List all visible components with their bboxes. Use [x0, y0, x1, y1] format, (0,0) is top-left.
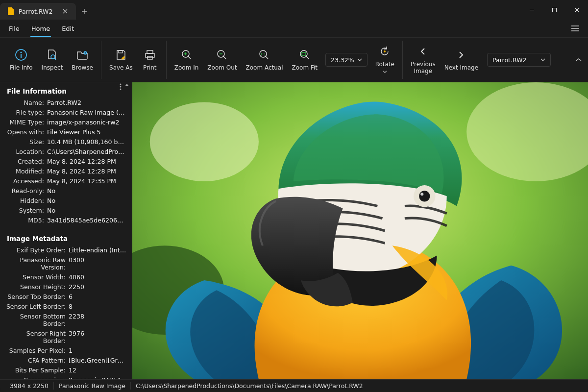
- zoom-in-button[interactable]: Zoom In: [171, 45, 203, 74]
- folder-icon: [75, 48, 89, 62]
- toolbar-group-file: File Info Inspect Browse: [2, 41, 101, 79]
- property-key: Compression:: [6, 376, 69, 380]
- rotate-icon: [378, 45, 392, 58]
- panel-collapse-button[interactable]: [124, 83, 129, 88]
- status-format: Panasonic Raw Image: [54, 382, 131, 390]
- close-window-button[interactable]: [565, 0, 588, 20]
- list-item: Modified:May 8, 2024 12:28 PM: [3, 166, 129, 176]
- file-info-button[interactable]: File Info: [6, 45, 37, 74]
- zoom-percent-dropdown[interactable]: 23.32%: [325, 53, 368, 67]
- window-controls: [520, 0, 588, 20]
- property-value: 1: [69, 347, 126, 354]
- info-icon: [14, 48, 28, 62]
- property-value: May 8, 2024 12:35 PM: [47, 177, 126, 185]
- chevron-down-icon: [383, 71, 387, 73]
- tab-close-button[interactable]: [60, 6, 70, 16]
- list-item: Opens with:File Viewer Plus 5: [3, 127, 129, 137]
- list-item: Sensor Height:2250: [3, 282, 129, 292]
- print-button[interactable]: Print: [138, 45, 162, 74]
- status-path: C:\Users\SharpenedProductions\Documents\…: [131, 382, 368, 390]
- image-preview: [132, 82, 588, 379]
- collapse-ribbon-button[interactable]: [571, 41, 586, 79]
- inspect-button[interactable]: Inspect: [38, 45, 67, 74]
- menu-home[interactable]: Home: [26, 22, 55, 35]
- list-item: MD5:3a41d5845ae5de6206d3e9b...: [3, 215, 129, 225]
- file-info-list: Name:Parrot.RW2File type:Panasonic Raw I…: [0, 98, 132, 230]
- rotate-button[interactable]: Rotate: [371, 42, 398, 78]
- svg-rect-6: [119, 50, 122, 53]
- svg-rect-0: [552, 8, 556, 12]
- property-value: 0300: [69, 256, 126, 271]
- menu-edit[interactable]: Edit: [57, 22, 79, 35]
- zoom-actual-button[interactable]: 1:1 Zoom Actual: [242, 45, 287, 74]
- new-tab-button[interactable]: [76, 3, 93, 20]
- property-key: Read-only:: [6, 187, 47, 195]
- property-key: Bits Per Sample:: [6, 367, 69, 374]
- image-viewport[interactable]: [132, 82, 588, 379]
- main: File Information Name:Parrot.RW2File typ…: [0, 82, 588, 379]
- list-item: Sensor Bottom Border:2238: [3, 311, 129, 328]
- list-item: Sensor Width:4060: [3, 272, 129, 282]
- svg-rect-9: [147, 56, 152, 59]
- svg-point-26: [420, 193, 423, 196]
- svg-point-2: [21, 51, 22, 53]
- status-dimensions: 3984 x 2250: [5, 382, 54, 390]
- sidebar[interactable]: File Information Name:Parrot.RW2File typ…: [0, 82, 132, 379]
- toolbar-group-nav: Previous Image Next Image Parrot.RW2: [403, 41, 555, 79]
- property-key: Exif Byte Order:: [6, 246, 69, 254]
- file-select-dropdown[interactable]: Parrot.RW2: [487, 53, 551, 67]
- svg-point-4: [51, 55, 55, 59]
- property-value: File Viewer Plus 5: [47, 128, 126, 136]
- chevron-left-icon: [416, 45, 430, 58]
- property-value: 10.4 MB (10,908,160 bytes): [47, 138, 126, 146]
- property-key: CFA Pattern:: [6, 357, 69, 364]
- property-key: Panasonic Raw Version:: [6, 256, 69, 271]
- zoom-fit-icon: [298, 48, 312, 62]
- property-key: Opens with:: [6, 128, 47, 136]
- save-icon: [114, 48, 128, 62]
- property-value: No: [47, 187, 126, 195]
- minimize-button[interactable]: [520, 0, 543, 20]
- browse-button[interactable]: Browse: [68, 45, 97, 74]
- maximize-button[interactable]: [543, 0, 565, 20]
- svg-point-14: [300, 50, 307, 57]
- toolbar-group-output: Save As Print: [101, 41, 167, 79]
- list-item: Created:May 8, 2024 12:28 PM: [3, 156, 129, 166]
- list-item: Panasonic Raw Version:0300: [3, 255, 129, 272]
- svg-point-25: [419, 191, 430, 201]
- hamburger-menu-button[interactable]: [566, 20, 584, 37]
- next-image-button[interactable]: Next Image: [441, 45, 482, 74]
- list-item: System:No: [3, 205, 129, 215]
- property-key: Sensor Left Border:: [6, 303, 69, 310]
- property-value: [Blue,Green][Green,...: [69, 357, 126, 364]
- property-key: Sensor Right Border:: [6, 330, 69, 344]
- zoom-out-button[interactable]: Zoom Out: [203, 45, 241, 74]
- property-key: MD5:: [6, 217, 47, 224]
- zoom-fit-button[interactable]: Zoom Fit: [288, 45, 321, 74]
- zoom-actual-icon: 1:1: [257, 48, 271, 62]
- property-key: Sensor Height:: [6, 283, 69, 291]
- previous-image-button[interactable]: Previous Image: [407, 42, 440, 78]
- svg-rect-15: [302, 52, 306, 55]
- property-value: May 8, 2024 12:28 PM: [47, 158, 126, 165]
- titlebar: Parrot.RW2: [0, 0, 588, 20]
- image-metadata-list: Exif Byte Order:Little-endian (Intel, ..…: [0, 245, 132, 379]
- list-item: Location:C:\Users\SharpenedProduc...: [3, 147, 129, 156]
- property-key: Hidden:: [6, 197, 47, 204]
- svg-point-16: [384, 50, 386, 52]
- list-item: Name:Parrot.RW2: [3, 98, 129, 107]
- svg-rect-8: [146, 53, 154, 57]
- property-value: C:\Users\SharpenedProduc...: [47, 148, 126, 155]
- list-item: Compression:Panasonic RAW 1: [3, 375, 129, 379]
- svg-text:1:1: 1:1: [261, 52, 266, 56]
- property-key: Size:: [6, 138, 47, 146]
- menu-file[interactable]: File: [4, 22, 24, 35]
- property-key: Sensor Bottom Border:: [6, 313, 69, 327]
- tab-current[interactable]: Parrot.RW2: [0, 3, 76, 20]
- list-item: Sensor Right Border:3976: [3, 328, 129, 345]
- list-item: Read-only:No: [3, 186, 129, 196]
- list-item: MIME Type:image/x-panasonic-rw2: [3, 117, 129, 127]
- save-as-button[interactable]: Save As: [105, 45, 137, 74]
- panel-options-button[interactable]: [120, 83, 122, 90]
- property-value: No: [47, 207, 126, 214]
